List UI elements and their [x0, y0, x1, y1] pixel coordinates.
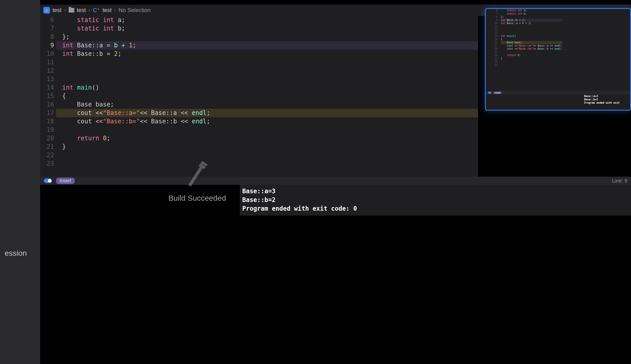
project-icon[interactable]: ⌂	[43, 7, 50, 14]
toggle-icon[interactable]	[44, 178, 52, 183]
build-toast: Build Succeeded	[146, 154, 248, 210]
preview-thumbnail[interactable]: 67891011121314151617181920212223 static …	[485, 8, 631, 111]
inset-gutter: 67891011121314151617181920212223	[486, 9, 499, 67]
code-editor[interactable]: 67891011121314151617181920212223 static …	[40, 16, 478, 177]
inset-status-bar: Insert	[486, 91, 630, 94]
folder-icon	[69, 8, 74, 13]
line-gutter: 67891011121314151617181920212223	[40, 16, 56, 177]
editor-status-bar: Insert Line: 9	[40, 177, 631, 185]
inset-code: static int a; static int b;};int Base::b…	[501, 9, 562, 67]
crumb-file[interactable]: test	[102, 7, 111, 14]
build-toast-text: Build Succeeded	[168, 194, 226, 202]
chevron-right-icon: ›	[64, 7, 66, 14]
chevron-right-icon: ›	[114, 7, 116, 14]
crumb-project[interactable]: test	[52, 7, 61, 14]
crumb-folder[interactable]: test	[77, 7, 86, 14]
cpp-file-icon: C⁺	[93, 7, 100, 14]
output-console[interactable]: Base::a=3Base::b=2Program ended with exi…	[240, 185, 631, 216]
chevron-right-icon: ›	[88, 7, 90, 14]
crumb-selection[interactable]: No Selection	[119, 7, 151, 14]
code-area[interactable]: static int a; static int b;};int Base::a…	[56, 16, 478, 177]
inset-console: Base::a=3Base::b=2Program ended with exi…	[584, 94, 630, 104]
line-indicator: Line: 9	[612, 178, 627, 184]
sidebar-clipped-text: ession	[5, 249, 27, 258]
hammer-icon	[186, 161, 209, 189]
editor-mode-badge: Insert	[56, 178, 75, 184]
inset-mode-badge: Insert	[493, 92, 502, 94]
inset-toggle-icon	[488, 92, 491, 94]
sidebar-stub: ession	[0, 0, 40, 364]
